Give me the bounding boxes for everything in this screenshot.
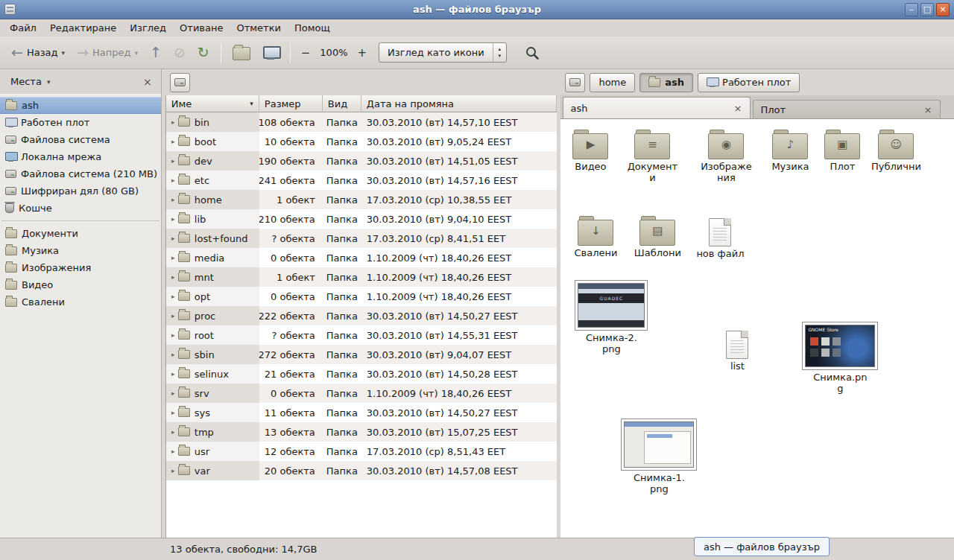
titlebar[interactable]: ash — файлов браузър – □ × [0,0,954,19]
expander-icon[interactable]: ▸ [168,254,178,261]
icon-view-folder[interactable]: ↓ Свалени [567,216,624,259]
sidebar-item[interactable]: Документи [0,225,161,242]
menu-item-помощ[interactable]: Помощ [288,19,337,36]
computer-button[interactable] [257,43,284,63]
column-header-name[interactable]: Име ▾ [166,95,259,112]
icon-view-image[interactable]: Снимка-1.png [620,419,698,495]
sidebar-item[interactable]: Видео [0,276,161,293]
table-row[interactable]: ▸ usr 12 обекта Папка 17.03.2010 (ср) 8,… [166,442,557,461]
sidebar-item[interactable]: Свалени [0,293,161,311]
table-row[interactable]: ▸ etc 241 обекта Папка 30.03.2010 (вт) 1… [166,171,557,190]
expander-icon[interactable]: ▸ [168,273,178,281]
table-row[interactable]: ▸ lib 210 обекта Папка 30.03.2010 (вт) 9… [166,209,557,229]
expander-icon[interactable]: ▸ [168,351,178,358]
icon-view[interactable]: ▶ Видео ≡ Документи ◉ Изображения ♪ Музи… [560,119,954,538]
sidebar-item[interactable]: Музика [0,242,161,259]
location-button[interactable] [565,73,585,92]
icon-view-folder[interactable]: ♪ Музика [762,130,818,173]
expander-icon[interactable]: ▸ [168,467,178,474]
tab-plot[interactable]: Плот × [753,100,941,118]
expander-icon[interactable]: ▸ [168,428,178,436]
search-button[interactable] [519,42,546,63]
close-tab-icon[interactable]: × [733,103,744,114]
column-header-type[interactable]: Вид [323,95,361,112]
table-row[interactable]: ▸ home 1 обект Папка 17.03.2010 (ср) 10,… [166,190,557,209]
icon-view-file[interactable]: list [709,331,765,372]
sidebar-item[interactable]: Локална мрежа [0,148,161,165]
table-row[interactable]: ▸ var 20 обекта Папка 30.03.2010 (вт) 14… [166,461,557,480]
table-row[interactable]: ▸ tmp 13 обекта Папка 30.03.2010 (вт) 15… [166,422,557,442]
places-combo[interactable]: Места ▾ [6,74,54,89]
expander-icon[interactable]: ▸ [168,157,178,165]
expander-icon[interactable]: ▸ [168,293,178,300]
icon-view-folder[interactable]: ▤ Шаблони [629,216,686,259]
table-row[interactable]: ▸ sbin 272 обекта Папка 30.03.2010 (вт) … [166,345,557,364]
table-row[interactable]: ▸ sys 11 обекта Папка 30.03.2010 (вт) 14… [166,403,557,422]
table-row[interactable]: ▸ boot 10 обекта Папка 30.03.2010 (вт) 9… [166,132,557,151]
minimize-button[interactable]: – [905,3,918,16]
maximize-button[interactable]: □ [920,3,934,16]
expander-icon[interactable]: ▸ [168,312,178,319]
menu-item-отметки[interactable]: Отметки [230,19,287,36]
expander-icon[interactable]: ▸ [168,138,178,145]
menu-item-файл[interactable]: Файл [3,19,43,36]
combo-stepper-icon[interactable]: ▴ ▾ [493,43,506,62]
up-button[interactable]: ↑ [145,42,167,63]
back-button[interactable]: ← Назад ▾ [6,42,70,63]
close-button[interactable]: × [936,3,950,16]
expander-icon[interactable]: ▸ [168,118,178,126]
tab-ash[interactable]: ash × [563,97,751,118]
table-row[interactable]: ▸ bin 108 обекта Папка 30.03.2010 (вт) 1… [166,112,557,132]
table-row[interactable]: ▸ srv 0 обекта Папка 1.10.2009 (чт) 18,4… [166,384,557,403]
table-row[interactable]: ▸ lost+found ? обекта Папка 17.03.2010 (… [166,229,557,248]
icon-view-file[interactable]: нов файл [692,218,748,260]
sidebar-item[interactable]: Файлова система (210 MB) [0,165,161,182]
expander-icon[interactable]: ▸ [168,389,178,397]
table-row[interactable]: ▸ media 0 обекта Папка 1.10.2009 (чт) 18… [166,248,557,267]
table-row[interactable]: ▸ mnt 1 обект Папка 1.10.2009 (чт) 18,40… [166,267,557,287]
sidebar-item[interactable]: Работен плот [0,114,161,131]
path-button-ash[interactable]: ash [639,73,693,92]
expander-icon[interactable]: ▸ [168,448,178,455]
sidebar-item[interactable]: Изображения [0,259,161,276]
table-row[interactable]: ▸ root ? обекта Папка 30.03.2010 (вт) 14… [166,325,557,345]
table-row[interactable]: ▸ selinux 21 обекта Папка 30.03.2010 (вт… [166,364,557,384]
table-row[interactable]: ▸ proc 222 обекта Папка 30.03.2010 (вт) … [166,306,557,325]
close-sidebar-button[interactable]: × [140,76,155,88]
expander-icon[interactable]: ▸ [168,176,178,184]
expander-icon[interactable]: ▸ [168,235,178,242]
sidebar-item[interactable]: Файлова система [0,131,161,148]
path-button-home[interactable]: home [590,73,635,92]
zoom-in-button[interactable]: + [353,45,372,61]
close-tab-icon[interactable]: × [923,104,934,115]
sidebar-item[interactable]: Кошче [0,200,161,217]
menu-item-редактиране[interactable]: Редактиране [43,19,123,36]
table-row[interactable]: ▸ opt 0 обекта Папка 1.10.2009 (чт) 18,4… [166,287,557,306]
expander-icon[interactable]: ▸ [168,409,178,416]
table-row[interactable]: ▸ dev 190 обекта Папка 30.03.2010 (вт) 1… [166,151,557,171]
icon-view-folder[interactable]: ▣ Плот [814,130,871,173]
menu-item-изглед[interactable]: Изглед [123,19,173,36]
icon-view-folder[interactable]: ◉ Изображения [698,130,754,184]
expander-icon[interactable]: ▸ [168,331,178,339]
menu-item-отиване[interactable]: Отиване [173,19,230,36]
icon-view-image[interactable]: GUADEC Снимка-2.png [574,280,648,355]
home-button[interactable] [227,42,256,63]
expander-icon[interactable]: ▸ [168,370,178,378]
icon-view-folder[interactable]: ☺ Публични [868,130,924,173]
view-mode-combo[interactable]: Изглед като икони ▴ ▾ [379,42,507,63]
location-button[interactable] [170,73,190,92]
expander-icon[interactable]: ▸ [168,215,178,223]
zoom-out-button[interactable]: − [297,45,315,61]
sidebar-item[interactable]: Шифриран дял (80 GB) [0,182,161,200]
column-header-date[interactable]: Дата на промяна [361,95,557,112]
forward-button[interactable]: → Напред ▾ [72,42,143,63]
chevron-down-icon[interactable]: ▾ [62,49,66,57]
icon-view-folder[interactable]: ≡ Документи [624,130,680,184]
reload-button[interactable]: ↻ [192,42,215,63]
icon-view-image[interactable]: GNOME Store Снимка.png [801,322,879,395]
path-button-desktop[interactable]: Работен плот [698,73,800,92]
column-header-size[interactable]: Размер [259,95,323,112]
icon-view-folder[interactable]: ▶ Видео [562,130,619,173]
expander-icon[interactable]: ▸ [168,196,178,203]
